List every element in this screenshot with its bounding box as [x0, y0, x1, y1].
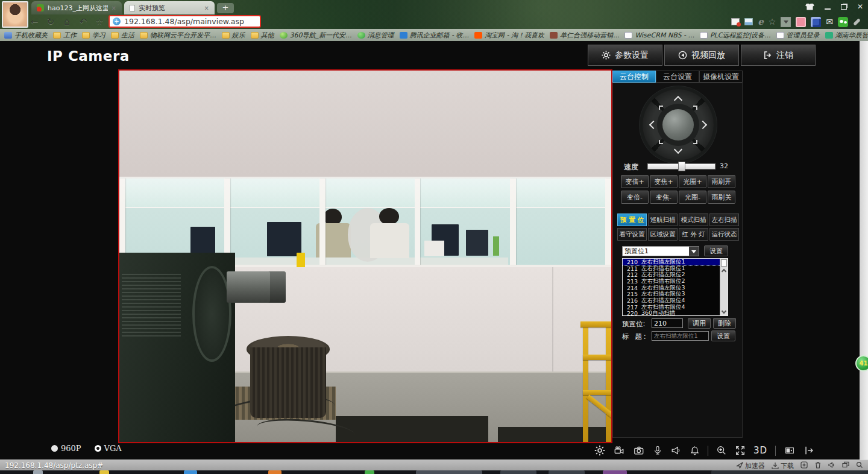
- title-set-button[interactable]: 设置: [711, 330, 735, 341]
- alarm-bell-icon[interactable]: [690, 445, 700, 456]
- list-scrollbar[interactable]: [720, 259, 728, 315]
- bookmark-item[interactable]: 物联网云平台开发平...: [140, 31, 216, 40]
- focus-minus-button[interactable]: 变焦-: [650, 191, 678, 204]
- zoom-plus-button[interactable]: 变倍+: [621, 175, 649, 188]
- tab-ir-light[interactable]: 红 外 灯: [679, 228, 708, 241]
- wiper-off-button[interactable]: 雨刷关: [708, 191, 735, 204]
- zoom-minus-button[interactable]: 变倍-: [621, 191, 649, 204]
- zoom-in-icon[interactable]: [716, 445, 727, 456]
- taskbar-tray[interactable]: [711, 470, 868, 474]
- preset-id-input[interactable]: 210: [652, 318, 683, 328]
- bookmark-star-icon[interactable]: ☆: [769, 17, 776, 27]
- close-icon[interactable]: ✕: [857, 2, 863, 11]
- bookmark-item[interactable]: 单仁合强移动营销...: [550, 31, 620, 40]
- bookmark-item[interactable]: 腾讯企业邮箱 - 收...: [400, 31, 469, 40]
- search-zoom-icon[interactable]: [856, 461, 864, 470]
- bookmark-item[interactable]: 生活: [111, 31, 134, 40]
- page-scrollbar[interactable]: [860, 41, 868, 460]
- restore-icon[interactable]: [841, 4, 847, 10]
- taskbar-app[interactable]: [99, 470, 109, 474]
- title-input[interactable]: 左右扫描左限位1: [652, 331, 709, 341]
- tab-camera-settings[interactable]: 摄像机设置: [699, 71, 743, 83]
- taskbar-app[interactable]: [268, 470, 281, 474]
- scroll-up-icon[interactable]: [722, 269, 726, 274]
- focus-plus-button[interactable]: 变焦+: [650, 175, 678, 188]
- tab-hao123[interactable]: hao123_上网从这里开始 ×: [31, 1, 122, 14]
- tab-guard-settings[interactable]: 看守设置: [617, 228, 647, 241]
- logout-button[interactable]: 注销: [741, 45, 816, 66]
- settings-gear-icon[interactable]: [594, 445, 605, 456]
- back-icon[interactable]: ←: [29, 16, 40, 27]
- bookmark-item[interactable]: 娱乐: [222, 31, 245, 40]
- tab-pan-scan[interactable]: 左右扫描: [709, 213, 739, 226]
- select-dropdown-icon[interactable]: [689, 247, 699, 256]
- bookmark-item[interactable]: WiseCRM NBS - ...: [624, 31, 694, 39]
- accelerator-tool[interactable]: 加速器: [736, 461, 765, 470]
- taskbar-active-app[interactable]: [416, 470, 482, 474]
- windows-icon[interactable]: [842, 461, 849, 470]
- tab-close-icon[interactable]: ×: [204, 5, 209, 11]
- bookmark-item[interactable]: 学习: [82, 31, 105, 40]
- undo-icon[interactable]: ↶: [78, 16, 89, 27]
- taskbar-app[interactable]: [500, 470, 536, 474]
- url-text[interactable]: 192.168.1.48/asp/mainview.asp: [124, 17, 244, 26]
- record-icon[interactable]: [613, 445, 625, 456]
- bookmark-item[interactable]: 工作: [53, 31, 77, 40]
- bookmark-item[interactable]: 湖南华辰智通科技...: [825, 31, 868, 40]
- fullscreen-icon[interactable]: [735, 445, 746, 456]
- new-tab-button[interactable]: +: [217, 3, 234, 13]
- ie-mode-icon[interactable]: e: [758, 16, 764, 27]
- tab-close-icon[interactable]: ×: [112, 5, 116, 11]
- scroll-down-icon[interactable]: [722, 309, 726, 314]
- tab-live-preview[interactable]: 实时预览 ×: [124, 1, 215, 14]
- tab-ptz-settings[interactable]: 云台设置: [656, 71, 699, 83]
- tab-run-status[interactable]: 运行状态: [709, 228, 739, 241]
- tab-preset[interactable]: 预 置 位: [617, 213, 647, 226]
- arrow-down-left-icon[interactable]: [659, 140, 663, 144]
- favorites-star-icon[interactable]: ☆: [94, 16, 105, 27]
- skin-icon[interactable]: [805, 4, 814, 10]
- add-tool-icon[interactable]: [800, 461, 808, 470]
- bookmark-item[interactable]: 360导航_新一代安...: [280, 31, 352, 40]
- tab-area-settings[interactable]: 区域设置: [648, 228, 678, 241]
- arrow-right-icon[interactable]: [699, 121, 707, 129]
- tab-cruise-scan[interactable]: 巡航扫描: [648, 213, 678, 226]
- panel-toggle-icon[interactable]: [784, 446, 796, 455]
- arrow-up-left-icon[interactable]: [659, 106, 663, 110]
- plugin-badge[interactable]: 41: [855, 355, 868, 371]
- taskbar-app[interactable]: [603, 470, 627, 474]
- bookmark-item[interactable]: 淘宝网 - 淘！我喜欢: [474, 31, 544, 40]
- settings-wrench-icon[interactable]: [853, 18, 861, 26]
- dpad-center-knob[interactable]: [662, 109, 694, 141]
- sound-icon[interactable]: [828, 461, 835, 470]
- ptz-direction-pad[interactable]: [643, 89, 714, 160]
- live-video-canvas[interactable]: [118, 69, 612, 443]
- home-icon[interactable]: ⌂: [61, 16, 72, 27]
- taskbar-app[interactable]: [33, 470, 43, 474]
- bookmark-item[interactable]: 其他: [251, 31, 274, 40]
- bookmark-item[interactable]: 消息管理: [357, 31, 394, 40]
- params-settings-button[interactable]: 参数设置: [588, 45, 662, 66]
- taskbar-app[interactable]: [365, 470, 374, 474]
- audio-horn-icon[interactable]: [670, 445, 682, 456]
- taskbar-app[interactable]: [184, 470, 197, 474]
- call-preset-button[interactable]: 调用: [688, 318, 711, 329]
- trash-icon[interactable]: [814, 461, 822, 470]
- video-playback-button[interactable]: 视频回放: [664, 45, 739, 66]
- 3d-position-button[interactable]: 3D: [753, 445, 767, 456]
- wechat-icon[interactable]: [838, 17, 848, 27]
- arrow-up-icon[interactable]: [674, 96, 682, 104]
- arrow-left-icon[interactable]: [649, 121, 658, 129]
- speed-slider-thumb[interactable]: [678, 162, 685, 171]
- refresh-icon[interactable]: ↻: [45, 16, 56, 27]
- minimize-icon[interactable]: [825, 8, 831, 10]
- arrow-down-icon[interactable]: [674, 145, 682, 154]
- tab-pattern-scan[interactable]: 模式扫描: [679, 213, 708, 226]
- mic-icon[interactable]: [653, 445, 662, 456]
- tab-ptz-control[interactable]: 云台控制: [612, 71, 656, 83]
- iris-plus-button[interactable]: 光圈+: [679, 175, 706, 188]
- windows-taskbar[interactable]: [0, 470, 868, 474]
- iris-minus-button[interactable]: 光圈-: [679, 191, 706, 204]
- address-bar[interactable]: + 192.168.1.48/asp/mainview.asp: [108, 15, 261, 28]
- scrollbar-thumb[interactable]: [721, 259, 727, 267]
